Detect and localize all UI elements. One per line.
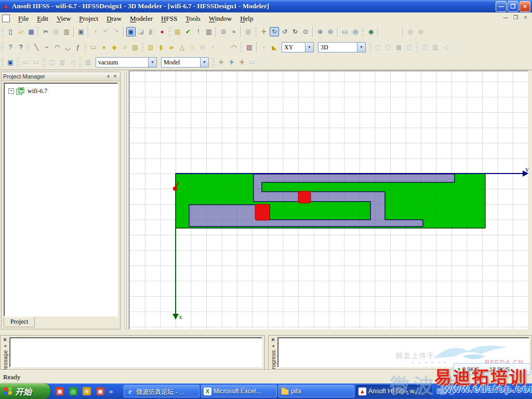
start-button[interactable]: 开始 [0, 383, 50, 399]
toolbar-grip[interactable] [362, 26, 364, 37]
minimize-button[interactable]: — [496, 1, 507, 12]
redo-icon[interactable]: ↷ [112, 27, 121, 36]
modeler-viewport[interactable]: yx [129, 71, 528, 329]
project-tab[interactable]: Project [4, 317, 35, 327]
toolbar-grip[interactable] [240, 42, 243, 52]
draw-cylinder-icon[interactable]: ▮ [156, 43, 166, 52]
select-edge-icon[interactable]: ◧ [147, 27, 156, 36]
draw-torus-icon[interactable]: ◎ [198, 43, 207, 52]
model-select[interactable]: Model▼ [161, 57, 209, 68]
create-report-icon[interactable]: ≈ [229, 27, 238, 36]
toolbar-grip[interactable] [168, 26, 171, 37]
draw-arc-center-icon[interactable]: ◠ [52, 43, 62, 52]
zoom-in-icon[interactable]: ⊕ [315, 27, 325, 36]
progress-pin-icon[interactable]: ◂ [272, 343, 274, 348]
task-excel[interactable]: XMicrosoft Excel... [201, 385, 277, 397]
toolbar-grip[interactable] [84, 42, 87, 52]
zoom-window-icon[interactable]: ▭ [340, 27, 350, 36]
draw-spiral-icon[interactable]: ◌ [219, 43, 228, 52]
task-pifa[interactable]: pifa [278, 385, 354, 397]
rotate-screen-icon[interactable]: ↻ [290, 27, 300, 36]
draw-line-icon[interactable]: ╲ [32, 43, 41, 52]
delete-icon[interactable]: × [91, 27, 100, 36]
view-mode-select-arrow-icon[interactable]: ▼ [357, 43, 365, 52]
draw-polyhedron-icon[interactable]: ▰ [167, 43, 176, 52]
menu-modeler[interactable]: Modeler [126, 14, 157, 23]
zoom-out-icon[interactable]: ⊖ [326, 27, 335, 36]
open-icon[interactable]: ▱ [16, 27, 25, 36]
panel-close-icon[interactable]: ✕ [112, 74, 118, 79]
draw-circle-icon[interactable]: ● [99, 43, 109, 52]
intersect-icon[interactable]: ▩ [394, 43, 404, 52]
visibility-icon[interactable]: ◉ [366, 27, 376, 36]
feed-port-marker-1[interactable] [255, 204, 270, 220]
new-icon[interactable]: ▯ [6, 27, 15, 36]
menu-view[interactable]: View [52, 14, 75, 23]
draw-equation-curve-icon[interactable]: ƒ [73, 43, 83, 52]
material-select[interactable]: vacuum▼ [96, 57, 157, 68]
draw-plane-icon[interactable]: ◣ [270, 43, 279, 52]
grid-plane-icon[interactable]: ▨ [84, 58, 93, 67]
project-manager-titlebar[interactable]: Project Manager ▾ ✕ [2, 72, 120, 81]
drawing-plane-select[interactable]: XY▼ [282, 42, 314, 52]
copy-icon[interactable]: ▤ [51, 27, 61, 36]
draw-region-icon[interactable]: ▤ [130, 43, 140, 52]
toolbar-grip[interactable] [1, 26, 4, 37]
unite-icon[interactable]: ▢ [374, 43, 383, 52]
menu-draw[interactable]: Draw [102, 14, 126, 23]
mdi-minimize-icon[interactable]: — [501, 14, 510, 22]
toolbar-grip[interactable] [369, 42, 371, 52]
scale-icon[interactable]: ◁ [68, 58, 77, 67]
hide-selection-icon[interactable]: ◌ [381, 27, 390, 36]
model-select-arrow-icon[interactable]: ▼ [200, 58, 208, 67]
menu-edit[interactable]: Edit [33, 14, 52, 23]
menu-project[interactable]: Project [75, 14, 102, 23]
zoom-100-icon[interactable]: ⊙ [301, 27, 310, 36]
draw-helix-icon[interactable]: ≈ [208, 43, 218, 52]
draw-spline-icon[interactable]: ~ [42, 43, 51, 52]
draw-rectangle-icon[interactable]: ▭ [89, 43, 98, 52]
task-forum[interactable]: e微波仿真论坛 - ... [124, 385, 200, 397]
project-variables-icon[interactable]: ▤ [173, 27, 182, 36]
progress-list[interactable] [277, 337, 529, 367]
insert-component-icon[interactable]: ▧ [245, 43, 254, 52]
solution-data-icon[interactable]: ▦ [244, 27, 253, 36]
drawing-plane-select-arrow-icon[interactable]: ▼ [305, 43, 313, 52]
select-object-icon[interactable]: ▣ [126, 27, 136, 36]
cs-relative-icon[interactable]: ✛ [237, 58, 247, 67]
cs-global-icon[interactable]: ✛ [227, 58, 236, 67]
menu-tools[interactable]: Tools [181, 14, 205, 23]
move-icon[interactable]: ◫ [47, 58, 57, 67]
menu-help[interactable]: Help [236, 14, 257, 23]
duplicate-axis-icon[interactable]: ▥ [431, 43, 440, 52]
panel-splitter[interactable] [123, 72, 128, 329]
tree-item-project[interactable]: + wifi-6.7 [8, 87, 117, 95]
save-icon[interactable]: ▦ [26, 27, 36, 36]
project-tree[interactable]: + wifi-6.7 [4, 83, 118, 316]
toolbar-grip[interactable] [416, 42, 418, 52]
duplicate-line-icon[interactable]: ◫ [420, 43, 430, 52]
chevron-icon[interactable]: » [109, 388, 113, 395]
face-mode-icon[interactable]: ▭ [21, 58, 31, 67]
analyze-all-icon[interactable]: ! [194, 27, 203, 36]
undo-icon[interactable]: ↶ [101, 27, 111, 36]
paste-icon[interactable]: ▥ [62, 27, 71, 36]
quick-launch-icon-3[interactable]: ⊕ [83, 387, 91, 395]
tree-expand-icon[interactable]: + [8, 88, 14, 94]
show-selection-icon[interactable]: ◍ [406, 27, 415, 36]
mirror-icon[interactable]: ◁ [441, 43, 450, 52]
menu-window[interactable]: Window [205, 14, 236, 23]
toolbar-grip[interactable] [27, 42, 30, 52]
modeler-3d-icon[interactable]: ▣ [6, 58, 15, 67]
mdi-restore-icon[interactable]: ❐ [511, 14, 520, 22]
quick-launch-icon-1[interactable]: ▣ [56, 387, 64, 395]
pan-icon[interactable]: ✛ [259, 27, 269, 36]
show-all-icon[interactable]: ◍ [416, 27, 425, 36]
menu-file[interactable]: File [14, 14, 33, 23]
select-face-icon[interactable]: ◪ [137, 27, 146, 36]
draw-box-icon[interactable]: ▧ [146, 43, 155, 52]
duplicate-icon[interactable]: ▥ [58, 58, 67, 67]
close-button[interactable]: × [520, 1, 530, 12]
toolbar-grip[interactable] [1, 57, 4, 68]
help-topics-icon[interactable]: ? [6, 43, 15, 52]
